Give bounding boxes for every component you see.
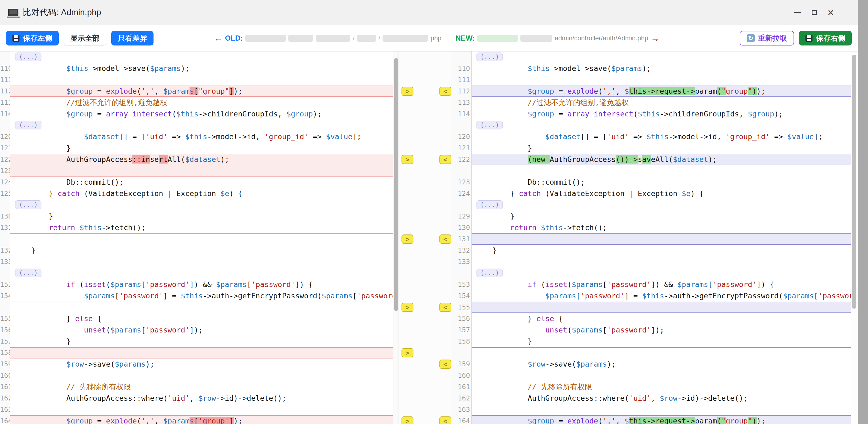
- code-token: $group: [528, 87, 554, 95]
- code-line: [472, 370, 851, 381]
- code-token: [: [602, 326, 607, 334]
- code-token: explode: [567, 87, 598, 95]
- collapsed-row: (...): [10, 199, 393, 211]
- code-token: catch: [58, 189, 80, 198]
- maximize-button[interactable]: [812, 10, 817, 15]
- code-token: {: [93, 314, 102, 323]
- collapsed-lines-badge[interactable]: (...): [15, 200, 41, 209]
- new-label: NEW:: [455, 34, 475, 42]
- line-number: 155: [451, 302, 471, 313]
- apply-to-right-button[interactable]: >: [402, 87, 413, 96]
- code-line: Db::commit();: [10, 177, 393, 188]
- only-diff-button[interactable]: 只看差异: [111, 31, 154, 46]
- old-label: OLD:: [225, 34, 243, 42]
- apply-to-right-button[interactable]: >: [402, 303, 413, 312]
- code-token: catch: [519, 189, 541, 198]
- line-number: 158: [451, 336, 471, 347]
- code-token: ) {: [229, 189, 243, 198]
- code-token: ->model->id,: [207, 132, 264, 141]
- code-token: }: [31, 246, 35, 254]
- code-token: (: [137, 417, 141, 424]
- code-line: //过滤不允许的组别,避免越权: [10, 97, 393, 108]
- apply-to-right-button[interactable]: >: [402, 155, 413, 164]
- indent: [475, 337, 528, 345]
- indent: [475, 292, 545, 300]
- code-token: );: [757, 417, 766, 424]
- apply-to-left-button[interactable]: <: [439, 303, 451, 312]
- right-scrollbar[interactable]: [851, 52, 858, 424]
- toolbar-right-group: ↻ 重新拉取 保存右侧: [740, 31, 852, 46]
- code-token: (: [567, 326, 571, 334]
- code-token: }: [49, 212, 53, 220]
- added-chars: ": [748, 87, 752, 95]
- collapsed-lines-badge[interactable]: (...): [15, 121, 41, 129]
- code-token: return: [510, 223, 537, 232]
- code-token: [: [141, 280, 145, 289]
- apply-to-right-button[interactable]: >: [402, 417, 413, 424]
- collapsed-lines-badge[interactable]: (...): [476, 200, 503, 209]
- collapsed-row: (...): [472, 120, 851, 131]
- code-line: [472, 74, 851, 86]
- alignment-spacer: [472, 165, 851, 177]
- line-number: 113: [0, 97, 10, 108]
- code-token: $this: [647, 132, 669, 141]
- only-diff-label: 只看差异: [118, 33, 147, 43]
- minimize-button[interactable]: [794, 12, 801, 13]
- collapsed-lines-badge[interactable]: (...): [15, 269, 41, 277]
- alignment-spacer: [10, 233, 393, 245]
- code-token: $row: [528, 360, 545, 368]
- collapsed-lines-badge[interactable]: (...): [15, 53, 41, 61]
- apply-to-left-button[interactable]: <: [439, 417, 451, 424]
- line-number: [0, 52, 10, 63]
- line-number: 122: [0, 154, 10, 165]
- code-token: array_intersect: [567, 110, 633, 118]
- collapsed-lines-badge[interactable]: (...): [476, 53, 503, 61]
- apply-to-left-button[interactable]: <: [439, 155, 451, 164]
- new-path-visible: admin/controller/auth/Admin.php: [555, 34, 648, 42]
- code-token: }: [510, 189, 519, 198]
- added-chars: ())->: [616, 155, 638, 163]
- line-number: 133: [451, 256, 471, 268]
- code-token: else: [75, 314, 93, 323]
- save-left-label: 保存左侧: [23, 33, 52, 43]
- code-token: }: [528, 314, 537, 323]
- code-line: unset($params['password']);: [472, 324, 851, 336]
- save-left-button[interactable]: 保存左侧: [6, 31, 59, 46]
- code-token: }: [528, 144, 532, 152]
- apply-to-right-button[interactable]: >: [402, 235, 413, 244]
- close-button[interactable]: ×: [828, 10, 834, 15]
- apply-to-left-button[interactable]: <: [439, 235, 451, 244]
- code-line: // 先移除所有权限: [472, 381, 851, 393]
- code-token: [537, 223, 541, 232]
- deleted-chars: s: [189, 417, 194, 424]
- apply-to-right-button[interactable]: >: [402, 348, 413, 357]
- code-token: 'password': [607, 280, 651, 289]
- apply-to-left-button[interactable]: <: [439, 87, 451, 96]
- code-line: $row->save($params);: [472, 359, 851, 370]
- indent: [13, 337, 66, 345]
- show-all-button[interactable]: 显示全部: [64, 31, 106, 46]
- code-token: $params: [576, 360, 607, 368]
- left-scrollbar[interactable]: [393, 52, 399, 424]
- old-path-redacted: [357, 35, 376, 42]
- code-line: $params['password'] = $this->auth->getEn…: [10, 290, 393, 302]
- code-token: =>: [167, 132, 185, 141]
- code-token: =>: [629, 132, 647, 141]
- line-number: 157: [451, 324, 471, 336]
- code-token: else: [537, 314, 554, 323]
- code-token: );: [234, 87, 243, 95]
- refetch-button[interactable]: ↻ 重新拉取: [740, 31, 794, 46]
- right-scrollbar-thumb[interactable]: [852, 55, 856, 309]
- apply-to-left-button[interactable]: <: [439, 360, 451, 369]
- code-token: AuthGroupAccess::where(: [66, 394, 167, 402]
- code-token: ',': [141, 417, 154, 424]
- collapsed-lines-badge[interactable]: (...): [476, 121, 503, 129]
- collapsed-lines-badge[interactable]: (...): [476, 269, 503, 277]
- code-token: (: [106, 326, 110, 334]
- code-token: 'password': [119, 292, 163, 300]
- save-right-button[interactable]: 保存右侧: [799, 31, 852, 46]
- code-token: =: [93, 87, 106, 95]
- indent: [475, 189, 510, 198]
- left-scrollbar-thumb[interactable]: [394, 58, 398, 311]
- code-token: $params: [216, 280, 247, 289]
